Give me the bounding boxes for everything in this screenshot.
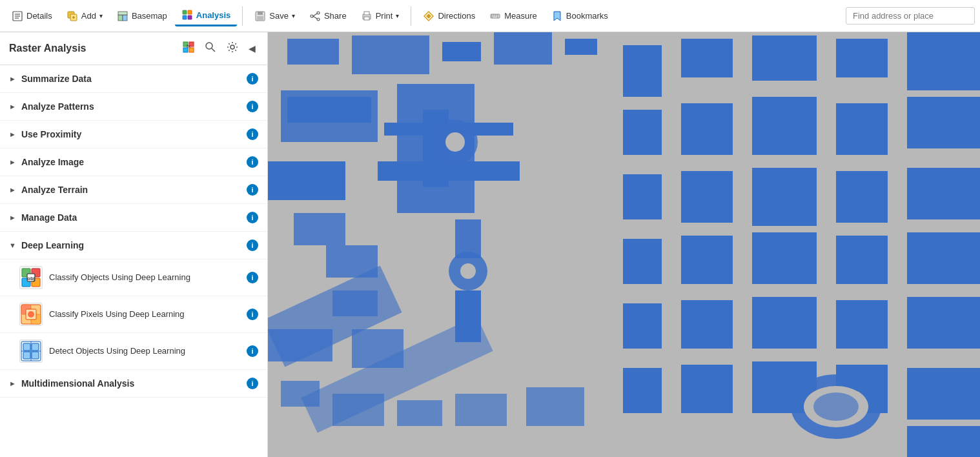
print-icon [361,10,373,22]
arrow-icon: ► [9,103,16,110]
toolbar-right [846,7,975,25]
info-icon-multidimensional[interactable]: i [247,378,258,389]
directions-icon [423,10,434,22]
svg-rect-10 [118,12,127,15]
svg-rect-82 [752,97,817,155]
sidebar-content: ▲ ► Summarize Data i ► Analyze Patterns … [0,65,267,457]
bookmarks-icon [551,10,563,22]
sidebar-item-analyze-terrain[interactable]: ► Analyze Terrain i [0,176,267,204]
print-dropdown-icon: ▾ [396,12,399,19]
add-button[interactable]: Add ▾ [60,6,109,26]
sidebar-item-manage-data[interactable]: ► Manage Data i [0,204,267,232]
basemap-button[interactable]: Basemap [110,6,174,26]
info-icon-analyze-patterns[interactable]: i [247,101,258,112]
basemap-icon [117,10,128,22]
directions-button[interactable]: Directions [416,6,482,26]
svg-rect-14 [188,15,192,19]
sidebar-header: Raster Analysis fx ◀ [0,32,267,65]
print-label: Print [376,11,393,21]
share-button[interactable]: Share [303,6,353,26]
svg-rect-60 [287,39,339,65]
measure-button[interactable]: Measure [483,6,544,26]
dl-items: obj Classify Objects Using Deep Learning… [0,259,267,369]
raster-function-button[interactable]: fx [180,40,197,57]
svg-rect-77 [752,36,817,81]
sidebar-title: Raster Analysis [9,43,180,54]
sidebar-item-analyze-image[interactable]: ► Analyze Image i [0,148,267,176]
sidebar-item-deep-learning[interactable]: ▼ Deep Learning i [0,232,267,259]
analysis-icon [181,9,193,21]
info-icon-manage-data[interactable]: i [247,212,258,223]
analysis-button[interactable]: Analysis [175,5,237,26]
raster-function-icon: fx [183,41,194,53]
svg-rect-81 [681,103,733,155]
svg-rect-89 [907,168,980,219]
info-icon-analyze-image[interactable]: i [247,156,258,168]
svg-marker-27 [426,14,431,19]
info-icon-summarize[interactable]: i [247,73,258,85]
details-icon [12,10,23,22]
deep-learning-label: Deep Learning [21,240,247,250]
svg-rect-101 [681,365,733,413]
svg-rect-56 [32,352,39,359]
svg-rect-55 [23,352,30,359]
arrow-icon: ► [9,380,16,387]
analyze-terrain-label: Analyze Terrain [21,185,247,195]
sidebar-item-analyze-patterns[interactable]: ► Analyze Patterns i [0,93,267,121]
svg-rect-104 [907,368,980,420]
svg-rect-86 [681,171,733,223]
svg-rect-120 [526,387,584,426]
save-label: Save [269,11,289,21]
svg-point-38 [206,43,212,49]
info-icon-detect-objects[interactable]: i [247,345,258,357]
directions-label: Directions [438,11,475,21]
save-button[interactable]: Save ▾ [248,6,301,26]
search-input[interactable] [846,7,975,25]
dl-item-classify-objects[interactable]: obj Classify Objects Using Deep Learning… [0,259,267,296]
info-icon-use-proximity[interactable]: i [247,128,258,140]
svg-rect-62 [442,42,481,61]
svg-rect-13 [183,15,187,19]
dl-item-detect-objects[interactable]: Detect Objects Using Deep Learning i [0,332,267,369]
svg-text:fx: fx [187,43,190,49]
sidebar-item-summarize-data[interactable]: ► Summarize Data i [0,65,267,93]
classify-pixels-label: Classify Pixels Using Deep Learning [49,309,243,320]
svg-rect-8 [118,15,123,21]
main-content: Raster Analysis fx ◀ ▲ ► [0,32,980,457]
save-dropdown-icon: ▾ [292,12,295,19]
collapse-button[interactable]: ◀ [246,42,258,55]
svg-rect-24 [364,12,369,15]
bookmarks-button[interactable]: Bookmarks [545,6,615,26]
dl-item-classify-pixels[interactable]: Classify Pixels Using Deep Learning i [0,296,267,332]
svg-rect-111 [455,290,481,342]
svg-rect-79 [907,32,980,90]
arrow-icon: ► [9,214,16,221]
map-area[interactable] [268,32,980,457]
settings-button[interactable] [224,40,241,57]
svg-line-39 [212,48,215,52]
sidebar-icons: fx ◀ [180,40,258,57]
analysis-label: Analysis [196,10,230,20]
detect-objects-label: Detect Objects Using Deep Learning [49,345,243,357]
svg-point-18 [317,12,320,14]
deep-learning-section: ▼ Deep Learning i [0,232,267,370]
details-label: Details [26,11,52,21]
svg-line-21 [313,14,317,16]
svg-rect-114 [268,329,332,361]
svg-rect-85 [623,174,662,219]
sidebar-item-multidimensional[interactable]: ► Multidimensional Analysis i [0,370,267,398]
svg-rect-99 [907,297,980,349]
info-icon-classify-objects[interactable]: i [247,272,258,283]
sidebar-item-use-proximity[interactable]: ► Use Proximity i [0,121,267,148]
info-icon-analyze-terrain[interactable]: i [247,184,258,196]
classify-pixels-icon [19,303,43,326]
svg-point-40 [230,45,234,49]
svg-rect-94 [907,232,980,284]
print-button[interactable]: Print ▾ [354,6,406,26]
info-icon-deep-learning[interactable]: i [247,239,258,251]
details-button[interactable]: Details [5,6,59,26]
svg-rect-75 [623,45,662,97]
info-icon-classify-pixels[interactable]: i [247,309,258,320]
search-tools-button[interactable] [202,40,219,57]
svg-rect-92 [752,232,817,284]
